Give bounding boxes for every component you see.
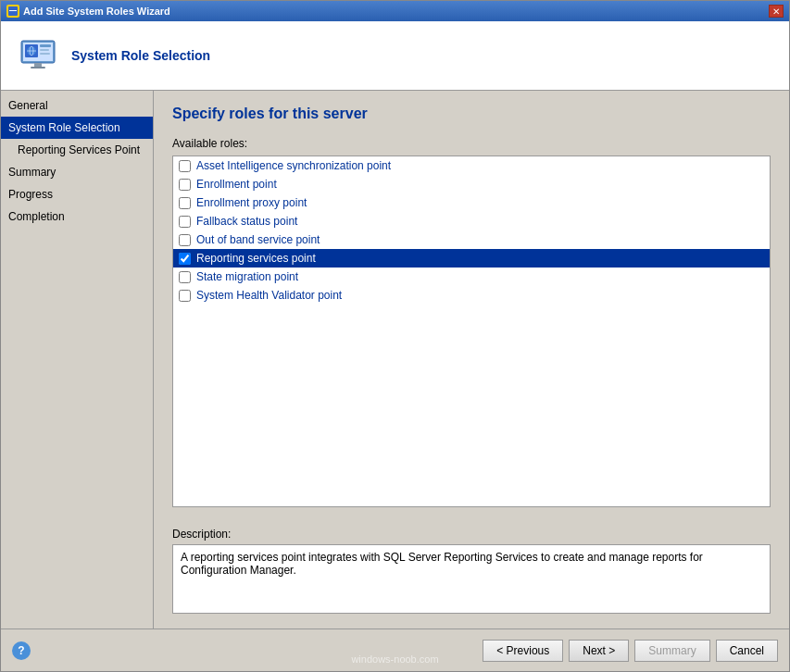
summary-button[interactable]: Summary bbox=[634, 640, 709, 662]
footer-left: ? bbox=[12, 641, 31, 660]
role-label-enrollment-point: Enrollment point bbox=[196, 178, 277, 191]
svg-rect-1 bbox=[9, 10, 17, 11]
roles-list: Asset Intelligence synchronization point… bbox=[172, 156, 771, 507]
role-checkbox-asset-intelligence[interactable] bbox=[179, 160, 191, 172]
header-title: System Role Selection bbox=[71, 48, 210, 63]
role-checkbox-fallback-status[interactable] bbox=[179, 216, 191, 228]
description-label: Description: bbox=[172, 528, 771, 541]
sidebar: General System Role Selection Reporting … bbox=[1, 91, 154, 628]
title-bar: Add Site System Roles Wizard ✕ bbox=[1, 1, 789, 21]
description-section: Description: A reporting services point … bbox=[172, 528, 771, 614]
role-checkbox-system-health[interactable] bbox=[179, 290, 191, 302]
role-label-reporting-services: Reporting services point bbox=[196, 252, 316, 265]
title-bar-left: Add Site System Roles Wizard bbox=[6, 5, 170, 18]
main-area: General System Role Selection Reporting … bbox=[1, 91, 789, 628]
svg-rect-5 bbox=[40, 44, 51, 47]
role-label-state-migration: State migration point bbox=[196, 270, 298, 283]
sidebar-item-progress[interactable]: Progress bbox=[1, 183, 153, 205]
sidebar-item-summary[interactable]: Summary bbox=[1, 161, 153, 183]
role-checkbox-out-of-band[interactable] bbox=[179, 234, 191, 246]
sidebar-item-reporting-services-point[interactable]: Reporting Services Point bbox=[1, 139, 153, 161]
wizard-icon bbox=[16, 33, 60, 78]
role-checkbox-enrollment-proxy[interactable] bbox=[179, 197, 191, 209]
role-item-system-health[interactable]: System Health Validator point bbox=[173, 286, 770, 305]
role-item-state-migration[interactable]: State migration point bbox=[173, 268, 770, 286]
content-area: Specify roles for this server Available … bbox=[154, 91, 789, 628]
cancel-button[interactable]: Cancel bbox=[716, 640, 778, 662]
next-button[interactable]: Next > bbox=[569, 640, 629, 662]
footer-buttons: < Previous Next > Summary Cancel bbox=[483, 640, 778, 662]
sidebar-item-completion[interactable]: Completion bbox=[1, 205, 153, 228]
role-label-asset-intelligence: Asset Intelligence synchronization point bbox=[196, 159, 391, 172]
window-title: Add Site System Roles Wizard bbox=[23, 6, 170, 17]
role-checkbox-state-migration[interactable] bbox=[179, 271, 191, 283]
svg-rect-9 bbox=[31, 67, 45, 68]
role-item-fallback-status[interactable]: Fallback status point bbox=[173, 212, 770, 230]
role-item-enrollment-proxy[interactable]: Enrollment proxy point bbox=[173, 193, 770, 212]
title-bar-icon bbox=[6, 5, 19, 18]
sidebar-item-system-role-selection[interactable]: System Role Selection bbox=[1, 117, 153, 139]
svg-rect-6 bbox=[40, 49, 49, 51]
content-title: Specify roles for this server bbox=[172, 106, 771, 122]
previous-button[interactable]: < Previous bbox=[483, 640, 563, 662]
roles-label: Available roles: bbox=[172, 137, 771, 150]
footer: ? < Previous Next > Summary Cancel bbox=[1, 628, 789, 671]
role-item-asset-intelligence[interactable]: Asset Intelligence synchronization point bbox=[173, 156, 770, 175]
role-item-enrollment-point[interactable]: Enrollment point bbox=[173, 175, 770, 193]
description-box: A reporting services point integrates wi… bbox=[172, 544, 771, 614]
role-item-out-of-band[interactable]: Out of band service point bbox=[173, 230, 770, 249]
role-label-out-of-band: Out of band service point bbox=[196, 233, 320, 246]
role-label-enrollment-proxy: Enrollment proxy point bbox=[196, 196, 307, 209]
role-item-reporting-services[interactable]: Reporting services point bbox=[173, 249, 770, 268]
roles-list-container: Asset Intelligence synchronization point… bbox=[172, 156, 771, 518]
sidebar-item-general[interactable]: General bbox=[1, 94, 153, 117]
role-checkbox-enrollment-point[interactable] bbox=[179, 179, 191, 191]
header-banner: System Role Selection bbox=[1, 21, 789, 91]
svg-rect-7 bbox=[40, 53, 50, 55]
svg-rect-8 bbox=[34, 63, 42, 67]
role-label-fallback-status: Fallback status point bbox=[196, 215, 297, 228]
help-icon[interactable]: ? bbox=[12, 641, 31, 660]
close-button[interactable]: ✕ bbox=[769, 5, 784, 18]
role-label-system-health: System Health Validator point bbox=[196, 289, 342, 302]
role-checkbox-reporting-services[interactable] bbox=[179, 253, 191, 265]
wizard-window: Add Site System Roles Wizard ✕ bbox=[0, 0, 790, 672]
